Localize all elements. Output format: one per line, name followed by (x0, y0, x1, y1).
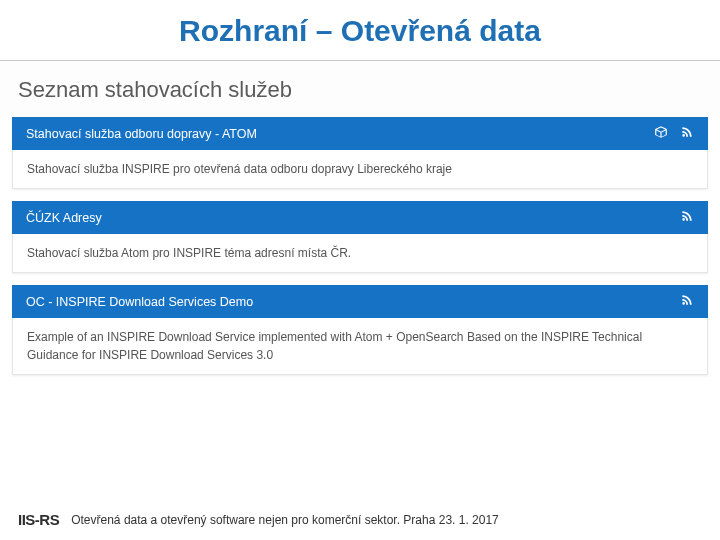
service-panel: OC - INSPIRE Download Services Demo Exam… (12, 285, 708, 375)
panel-title: Stahovací služba odboru dopravy - ATOM (26, 127, 257, 141)
service-panel: ČÚZK Adresy Stahovací služba Atom pro IN… (12, 201, 708, 273)
panel-body: Example of an INSPIRE Download Service i… (12, 318, 708, 375)
rss-icon[interactable] (680, 125, 694, 142)
panel-header-icons (680, 209, 694, 226)
slide-title: Rozhraní – Otevřená data (0, 0, 720, 61)
panel-title: OC - INSPIRE Download Services Demo (26, 295, 253, 309)
panel-header[interactable]: ČÚZK Adresy (12, 201, 708, 234)
rss-icon[interactable] (680, 209, 694, 226)
panel-body: Stahovací služba Atom pro INSPIRE téma a… (12, 234, 708, 273)
service-panel: Stahovací služba odboru dopravy - ATOM S… (12, 117, 708, 189)
panel-header-icons (654, 125, 694, 142)
rss-icon[interactable] (680, 293, 694, 310)
cube-icon[interactable] (654, 125, 668, 142)
section-heading: Seznam stahovacích služeb (0, 61, 720, 117)
panel-header[interactable]: OC - INSPIRE Download Services Demo (12, 285, 708, 318)
footer-text: Otevřená data a otevřený software nejen … (71, 513, 499, 527)
footer-logo: IIS-RS (18, 511, 59, 528)
panel-body: Stahovací služba INSPIRE pro otevřená da… (12, 150, 708, 189)
panel-header[interactable]: Stahovací služba odboru dopravy - ATOM (12, 117, 708, 150)
footer-bar: IIS-RS Otevřená data a otevřený software… (0, 511, 720, 528)
content-area: Seznam stahovacích služeb Stahovací služ… (0, 61, 720, 375)
panel-title: ČÚZK Adresy (26, 211, 102, 225)
panel-header-icons (680, 293, 694, 310)
